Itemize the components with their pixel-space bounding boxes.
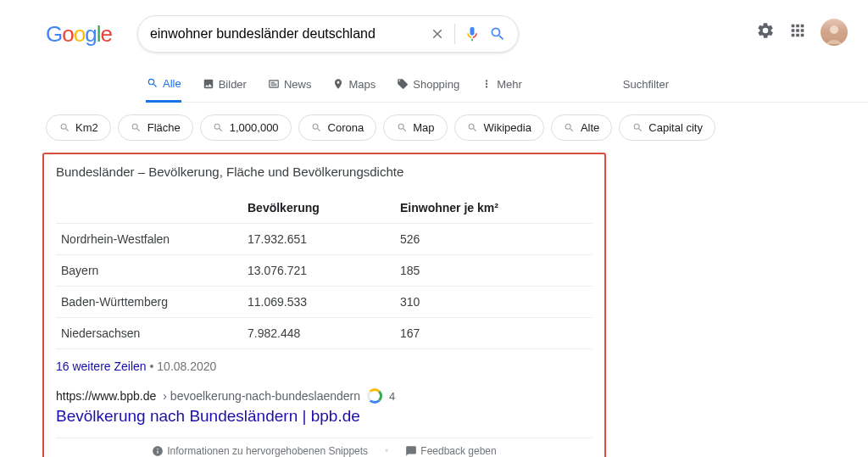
search-box[interactable]	[137, 15, 519, 53]
search-icon	[146, 76, 159, 90]
cell-dens: 526	[395, 224, 593, 255]
cell-dens: 185	[395, 255, 593, 287]
google-logo[interactable]: Google	[46, 21, 112, 47]
search-tabs: Alle Bilder News Maps Shopping Mehr Such…	[146, 53, 868, 103]
featured-snippet: Bundesländer – Bevölkerung, Fläche und B…	[42, 153, 606, 457]
data-table: Bevölkerung Einwohner je km² Nordrhein-W…	[56, 192, 593, 349]
chip[interactable]: Km2	[46, 114, 111, 141]
chip[interactable]: Corona	[298, 114, 377, 141]
result-title[interactable]: Bevölkerung nach Bundesländern | bpb.de	[56, 407, 593, 426]
rank-ring-icon	[367, 388, 382, 404]
table-row: Baden-Württemberg11.069.533310	[56, 287, 593, 318]
cell-name: Bayern	[56, 255, 242, 287]
tab-label: Shopping	[413, 78, 459, 91]
cell-pop: 7.982.448	[242, 318, 395, 349]
tab-label: News	[284, 78, 312, 91]
tab-images[interactable]: Bilder	[202, 69, 247, 101]
avatar[interactable]	[821, 19, 848, 46]
chip[interactable]: Map	[383, 114, 447, 141]
chip-label: Wikipedia	[484, 121, 531, 134]
cell-pop: 13.076.721	[242, 255, 395, 287]
chip[interactable]: Fläche	[118, 114, 193, 141]
search-icon	[213, 122, 225, 134]
more-rows: 16 weitere Zeilen • 10.08.2020	[56, 359, 593, 373]
tab-all[interactable]: Alle	[146, 68, 181, 103]
snippet-info-link[interactable]: Informationen zu hervorgehobenen Snippet…	[152, 445, 368, 457]
snippet-date: • 10.08.2020	[150, 359, 217, 373]
snippet-heading: Bundesländer – Bevölkerung, Fläche und B…	[56, 164, 593, 179]
tab-label: Maps	[348, 78, 376, 91]
chip-label: Corona	[328, 121, 364, 134]
tab-label: Alle	[163, 77, 181, 90]
table-row: Bayern13.076.721185	[56, 255, 593, 287]
col-header: Einwohner je km²	[395, 192, 593, 224]
search-icon	[131, 122, 142, 134]
search-icon	[632, 122, 643, 134]
cell-name: Baden-Württemberg	[56, 287, 242, 318]
clear-icon[interactable]	[429, 25, 446, 42]
search-icon[interactable]	[489, 25, 506, 42]
chip-label: Capital city	[648, 121, 703, 134]
tab-more[interactable]: Mehr	[480, 69, 522, 101]
tab-news[interactable]: News	[267, 69, 312, 101]
table-row: Nordrhein-Westfalen17.932.651526	[56, 224, 593, 255]
source-path: › bevoelkerung-nach-bundeslaendern	[163, 389, 360, 403]
chip-label: Km2	[75, 121, 98, 134]
apps-icon[interactable]	[788, 21, 807, 43]
chip[interactable]: Wikipedia	[454, 114, 544, 141]
chip-label: Fläche	[147, 121, 181, 134]
chip[interactable]: 1,000,000	[200, 114, 292, 141]
search-icon	[396, 122, 408, 134]
chip[interactable]: Alte	[551, 114, 612, 141]
chip-label: Map	[413, 121, 434, 134]
col-header: Bevölkerung	[242, 192, 395, 224]
settings-icon[interactable]	[756, 21, 775, 43]
chip-label: Alte	[581, 121, 599, 134]
search-icon	[467, 122, 479, 134]
cell-name: Niedersachsen	[56, 318, 242, 349]
col-header	[56, 192, 242, 224]
more-icon	[480, 77, 493, 91]
search-icon	[58, 122, 70, 134]
image-icon	[202, 77, 215, 91]
mic-icon[interactable]	[464, 25, 481, 42]
tab-label: Mehr	[497, 78, 522, 91]
pin-icon	[331, 77, 345, 91]
tab-shopping[interactable]: Shopping	[396, 69, 459, 101]
tag-icon	[396, 77, 409, 91]
search-icon	[564, 122, 576, 134]
feedback-link[interactable]: Feedback geben	[405, 445, 496, 457]
cell-dens: 167	[395, 318, 593, 349]
cell-dens: 310	[395, 287, 593, 318]
svg-point-0	[830, 25, 838, 34]
search-filter[interactable]: Suchfilter	[623, 70, 669, 101]
rank-value: 4	[389, 390, 395, 403]
cell-pop: 11.069.533	[242, 287, 395, 318]
search-input[interactable]	[150, 26, 429, 42]
more-rows-link[interactable]: 16 weitere Zeilen	[56, 359, 147, 373]
table-row: Niedersachsen7.982.448167	[56, 318, 593, 349]
tab-label: Bilder	[219, 78, 247, 91]
source-host: https://www.bpb.de	[56, 389, 156, 403]
search-icon	[311, 122, 323, 134]
related-chips: Km2Fläche1,000,000CoronaMapWikipediaAlte…	[46, 103, 868, 153]
tab-maps[interactable]: Maps	[331, 69, 376, 101]
cell-pop: 17.932.651	[242, 224, 395, 255]
info-icon	[152, 445, 164, 457]
cell-name: Nordrhein-Westfalen	[56, 224, 242, 255]
chip-label: 1,000,000	[230, 121, 279, 134]
chip[interactable]: Capital city	[619, 114, 715, 141]
feedback-icon	[405, 445, 417, 457]
news-icon	[267, 77, 281, 91]
